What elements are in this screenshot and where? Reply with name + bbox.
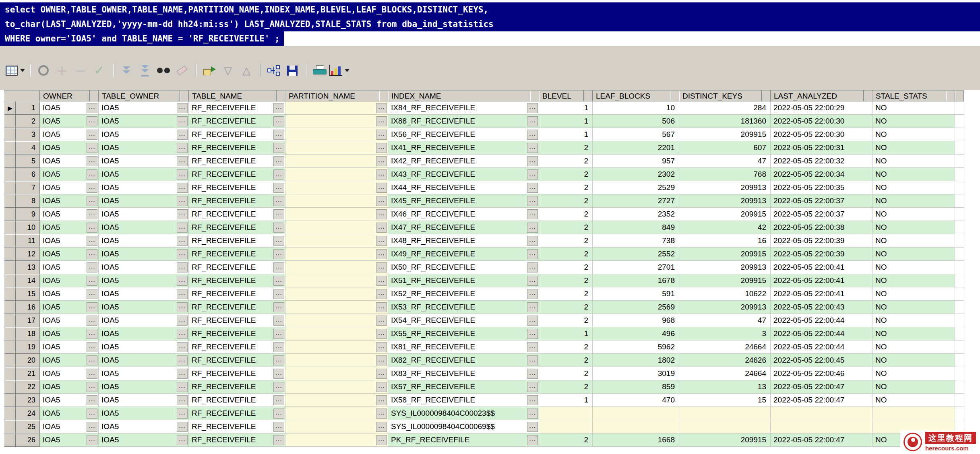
- cell-index_name[interactable]: IX88_RF_RECEIVEFILE...: [388, 115, 539, 128]
- cell-ellipsis-button[interactable]: ...: [273, 435, 284, 445]
- cell-blevel[interactable]: 2: [539, 181, 593, 194]
- cell-ellipsis-button[interactable]: ...: [177, 289, 188, 299]
- cell-ellipsis-button[interactable]: ...: [177, 169, 188, 180]
- cell-last_analyzed[interactable]: 2022-05-05 22:00:44: [771, 327, 872, 340]
- cell-owner[interactable]: IOA5...: [40, 234, 99, 248]
- cell-owner[interactable]: IOA5...: [40, 407, 99, 420]
- cell-ellipsis-button[interactable]: ...: [87, 382, 97, 392]
- cell-index_name[interactable]: IX55_RF_RECEIVEFILE...: [388, 327, 539, 340]
- cell-table_name[interactable]: RF_RECEIVEFILE...: [189, 314, 285, 327]
- cell-ellipsis-button[interactable]: ...: [527, 395, 538, 405]
- cell-blevel[interactable]: 2: [539, 261, 593, 274]
- cell-table_owner[interactable]: IOA5...: [99, 141, 189, 155]
- cell-blevel[interactable]: 2: [539, 380, 593, 394]
- row-number-cell[interactable]: 13: [16, 261, 40, 274]
- cell-partition_name[interactable]: ...: [285, 141, 388, 155]
- cell-owner[interactable]: IOA5...: [40, 380, 99, 394]
- cell-ellipsis-button[interactable]: ...: [177, 223, 188, 233]
- cell-stale_stats[interactable]: NO: [872, 101, 955, 115]
- cell-ellipsis-button[interactable]: ...: [87, 316, 97, 326]
- cell-stale_stats[interactable]: NO: [872, 128, 955, 141]
- cell-partition_name[interactable]: ...: [285, 181, 388, 194]
- cell-table_owner[interactable]: IOA5...: [99, 420, 189, 433]
- cell-distinct_keys[interactable]: 209913: [679, 261, 771, 274]
- cell-ellipsis-button[interactable]: ...: [376, 156, 387, 166]
- cell-table_owner[interactable]: IOA5...: [99, 301, 189, 314]
- row-number-cell[interactable]: 17: [16, 314, 40, 327]
- cell-index_name[interactable]: IX42_RF_RECEIVEFILE...: [388, 155, 539, 168]
- cell-leaf_blocks[interactable]: 1668: [593, 433, 679, 447]
- cell-owner[interactable]: IOA5...: [40, 420, 99, 433]
- cell-ellipsis-button[interactable]: ...: [273, 395, 284, 405]
- cell-leaf_blocks[interactable]: 957: [593, 155, 679, 168]
- cell-ellipsis-button[interactable]: ...: [273, 382, 284, 392]
- cell-ellipsis-button[interactable]: ...: [273, 156, 284, 166]
- cell-blevel[interactable]: 2: [539, 314, 593, 327]
- row-number-cell[interactable]: 26: [16, 433, 40, 447]
- cell-last_analyzed[interactable]: 2022-05-05 22:00:43: [771, 301, 872, 314]
- cell-distinct_keys[interactable]: 209913: [679, 181, 771, 194]
- cell-ellipsis-button[interactable]: ...: [376, 342, 387, 352]
- cell-last_analyzed[interactable]: 2022-05-05 22:00:47: [771, 394, 872, 407]
- cell-distinct_keys[interactable]: [679, 407, 771, 420]
- cell-ellipsis-button[interactable]: ...: [177, 183, 188, 193]
- cell-distinct_keys[interactable]: 24626: [679, 354, 771, 367]
- cell-index_name[interactable]: IX48_RF_RECEIVEFILE...: [388, 234, 539, 248]
- cell-table_name[interactable]: RF_RECEIVEFILE...: [189, 141, 285, 155]
- cell-ellipsis-button[interactable]: ...: [87, 369, 97, 379]
- cell-distinct_keys[interactable]: 209915: [679, 128, 771, 141]
- cell-blevel[interactable]: 2: [539, 221, 593, 234]
- cell-ellipsis-button[interactable]: ...: [87, 249, 97, 259]
- cell-owner[interactable]: IOA5...: [40, 194, 99, 208]
- cell-ellipsis-button[interactable]: ...: [87, 262, 97, 272]
- cell-stale_stats[interactable]: NO: [872, 155, 955, 168]
- cell-distinct_keys[interactable]: 209913: [679, 301, 771, 314]
- row-number-cell[interactable]: 2: [16, 115, 40, 128]
- cell-owner[interactable]: IOA5...: [40, 327, 99, 340]
- cell-blevel[interactable]: 2: [539, 194, 593, 208]
- cell-ellipsis-button[interactable]: ...: [376, 262, 387, 272]
- column-header-distinct_keys[interactable]: DISTINCT_KEYS: [679, 91, 762, 101]
- cell-index_name[interactable]: IX53_RF_RECEIVEFILE...: [388, 301, 539, 314]
- cell-ellipsis-button[interactable]: ...: [376, 395, 387, 405]
- insert-record-button[interactable]: +: [53, 62, 71, 79]
- cell-index_name[interactable]: IX57_RF_RECEIVEFILE...: [388, 380, 539, 394]
- row-number-cell[interactable]: 20: [16, 354, 40, 367]
- cell-ellipsis-button[interactable]: ...: [87, 103, 97, 113]
- cell-index_name[interactable]: IX82_RF_RECEIVEFILE...: [388, 354, 539, 367]
- cell-ellipsis-button[interactable]: ...: [177, 196, 188, 206]
- cell-partition_name[interactable]: ...: [285, 340, 388, 354]
- cell-distinct_keys[interactable]: 15: [679, 394, 771, 407]
- cell-ellipsis-button[interactable]: ...: [527, 156, 538, 166]
- cell-ellipsis-button[interactable]: ...: [177, 316, 188, 326]
- cell-blevel[interactable]: 2: [539, 208, 593, 221]
- cell-ellipsis-button[interactable]: ...: [527, 236, 538, 246]
- cell-last_analyzed[interactable]: 2022-05-05 22:00:44: [771, 340, 872, 354]
- cell-partition_name[interactable]: ...: [285, 168, 388, 181]
- cell-ellipsis-button[interactable]: ...: [273, 302, 284, 312]
- cell-partition_name[interactable]: ...: [285, 155, 388, 168]
- cell-stale_stats[interactable]: NO: [872, 340, 955, 354]
- cell-table_owner[interactable]: IOA5...: [99, 287, 189, 301]
- cell-ellipsis-button[interactable]: ...: [177, 369, 188, 379]
- cell-owner[interactable]: IOA5...: [40, 261, 99, 274]
- cell-index_name[interactable]: IX52_RF_RECEIVEFILE...: [388, 287, 539, 301]
- cell-ellipsis-button[interactable]: ...: [273, 196, 284, 206]
- cell-index_name[interactable]: IX54_RF_RECEIVEFILE...: [388, 314, 539, 327]
- cell-leaf_blocks[interactable]: 2302: [593, 168, 679, 181]
- cell-ellipsis-button[interactable]: ...: [87, 156, 97, 166]
- row-number-cell[interactable]: 16: [16, 301, 40, 314]
- cell-leaf_blocks[interactable]: [593, 407, 679, 420]
- cell-ellipsis-button[interactable]: ...: [376, 236, 387, 246]
- cell-index_name[interactable]: IX83_RF_RECEIVEFILE...: [388, 367, 539, 380]
- cell-table_owner[interactable]: IOA5...: [99, 155, 189, 168]
- cell-index_name[interactable]: IX41_RF_RECEIVEFILE...: [388, 141, 539, 155]
- cell-ellipsis-button[interactable]: ...: [527, 130, 538, 140]
- cell-table_owner[interactable]: IOA5...: [99, 168, 189, 181]
- cell-ellipsis-button[interactable]: ...: [527, 409, 538, 419]
- cell-ellipsis-button[interactable]: ...: [376, 289, 387, 299]
- cell-partition_name[interactable]: ...: [285, 208, 388, 221]
- cell-table_name[interactable]: RF_RECEIVEFILE...: [189, 354, 285, 367]
- cell-distinct_keys[interactable]: 284: [679, 101, 771, 115]
- cell-table_name[interactable]: RF_RECEIVEFILE...: [189, 128, 285, 141]
